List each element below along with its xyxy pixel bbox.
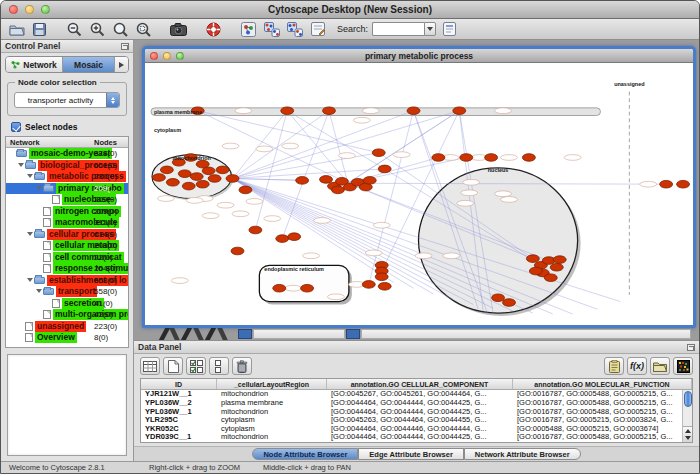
network-node[interactable] — [320, 176, 333, 184]
tree-row[interactable]: Overview8(0) — [6, 332, 128, 344]
delete-attribute-button[interactable] — [232, 357, 252, 375]
table-cell[interactable]: [GO:0005488, GO:0005215, GO:0003674] — [513, 425, 692, 434]
annotation-button[interactable] — [308, 21, 327, 38]
table-cell[interactable]: mitochondrion — [217, 408, 327, 417]
network-node[interactable] — [226, 175, 239, 183]
table-cell[interactable]: [GO:0016787, GO:0005215, GO:0003824, G..… — [513, 416, 692, 425]
table-cell[interactable]: [GO:0044464, GO:0044444, GO:0044425, G..… — [327, 399, 513, 408]
network-node[interactable] — [363, 177, 376, 185]
tree-row[interactable]: cellular metabo209(0) — [6, 240, 128, 252]
network-node[interactable] — [160, 166, 173, 174]
network-edge[interactable] — [369, 111, 414, 285]
birds-eye-view[interactable] — [7, 354, 127, 456]
network-node[interactable] — [331, 186, 344, 194]
network-node[interactable] — [196, 180, 209, 188]
network-node[interactable] — [202, 167, 215, 175]
table-scrollbar[interactable] — [682, 390, 692, 442]
network-node[interactable] — [375, 273, 388, 281]
network-node[interactable] — [296, 177, 309, 185]
network-node[interactable] — [485, 154, 498, 162]
column-header[interactable]: _cellularLayoutRegion — [217, 379, 327, 389]
network-node[interactable] — [677, 180, 690, 188]
network-node[interactable] — [323, 107, 336, 115]
table-cell[interactable]: YPL036W__2 — [141, 399, 217, 408]
float-panel-icon[interactable] — [687, 344, 695, 351]
table-cell[interactable]: [GO:0016787, GO:0005488, GO:0005215, G..… — [513, 408, 692, 417]
tree-row[interactable]: secretion41(0) — [6, 298, 128, 310]
tree-row[interactable]: primary metabo209(... — [6, 183, 128, 195]
table-cell[interactable]: YLR295C — [141, 416, 217, 425]
snapshot-button[interactable] — [169, 21, 188, 38]
zoom-fit-button[interactable] — [134, 21, 153, 38]
network-node[interactable] — [281, 107, 294, 115]
network-node[interactable] — [544, 274, 557, 282]
attribute-table-button[interactable] — [140, 357, 160, 375]
table-cell[interactable]: [GO:0045267, GO:0045261, GO:0044464, G..… — [327, 390, 513, 399]
table-cell[interactable]: [GO:0044464, GO:0044446, GO:0044444, G..… — [327, 425, 513, 434]
table-row[interactable]: YLR295Ccytoplasm[GO:0045263, GO:0044464,… — [141, 416, 692, 425]
table-cell[interactable]: plasma membrane — [217, 399, 327, 408]
more-tabs-button[interactable] — [115, 57, 128, 72]
table-cell[interactable]: mitochondrion — [217, 433, 327, 442]
network-window-titlebar[interactable]: primary metabolic process — [145, 49, 693, 63]
table-cell[interactable]: cytoplasm — [217, 425, 327, 434]
tab-network[interactable]: Network — [6, 57, 63, 72]
expander-icon[interactable] — [18, 160, 25, 172]
network-node[interactable] — [432, 154, 445, 162]
save-session-button[interactable] — [30, 21, 49, 38]
unselect-attributes-button[interactable] — [209, 357, 229, 375]
tree-row[interactable]: cellular process614(0) — [6, 229, 128, 241]
table-row[interactable]: YPL036W__1mitochondrion[GO:0044464, GO:0… — [141, 408, 692, 417]
tab-edge-attribute-browser[interactable]: Edge Attribute Browser — [358, 448, 463, 460]
network-node[interactable] — [460, 154, 473, 162]
column-header[interactable]: ID — [141, 379, 217, 389]
network-node[interactable] — [166, 178, 179, 186]
tab-node-attribute-browser[interactable]: Node Attribute Browser — [252, 448, 358, 460]
table-cell[interactable]: [GO:0016787, GO:0005488, GO:0005215, G..… — [513, 399, 692, 408]
network-node[interactable] — [249, 226, 262, 234]
select-attributes-button[interactable] — [186, 357, 206, 375]
table-row[interactable]: YPL036W__2plasma membrane[GO:0044464, GO… — [141, 399, 692, 408]
search-config-button[interactable] — [440, 21, 459, 38]
network-canvas[interactable]: plasma membranecytoplasmmitochondrionnuc… — [145, 63, 693, 325]
scrollbar-thumb[interactable] — [684, 391, 692, 407]
table-cell[interactable]: YJR121W__1 — [141, 390, 217, 399]
tree-row[interactable]: establishment of lo558(0) — [6, 275, 128, 287]
tree-row[interactable]: nucleobase-209(0) — [6, 194, 128, 206]
table-cell[interactable]: cytoplasm — [217, 416, 327, 425]
table-cell[interactable]: [GO:0044464, GO:0044444, GO:0044425, G..… — [327, 433, 513, 442]
tree-row[interactable]: macromolecule311(0) — [6, 217, 128, 229]
network-node[interactable] — [372, 149, 385, 157]
table-cell[interactable]: [GO:0016787, GO:0005488, GO:0005215, G..… — [513, 390, 692, 399]
search-input[interactable] — [372, 22, 424, 36]
matrix-view-button[interactable] — [673, 357, 693, 375]
network-edge[interactable] — [233, 111, 329, 179]
network-node[interactable] — [526, 255, 539, 263]
network-node[interactable] — [453, 107, 466, 115]
tree-row[interactable]: cell communicat22(0) — [6, 252, 128, 264]
network-node[interactable] — [529, 267, 542, 275]
tab-network-attribute-browser[interactable]: Network Attribute Browser — [464, 448, 581, 460]
network-node[interactable] — [208, 175, 221, 183]
zoom-out-button[interactable] — [65, 21, 84, 38]
table-row[interactable]: YKR052Ccytoplasm[GO:0044464, GO:0044446,… — [141, 425, 692, 434]
network-overlay-a-button[interactable] — [262, 21, 281, 38]
formula-button[interactable]: f(x) — [627, 357, 647, 375]
tree-row[interactable]: metabolic process280(0) — [6, 171, 128, 183]
network-node[interactable] — [362, 281, 375, 289]
network-node[interactable] — [660, 180, 673, 188]
network-edge[interactable] — [233, 111, 460, 179]
search-dropdown-button[interactable] — [424, 22, 436, 36]
expander-icon[interactable] — [27, 275, 34, 287]
network-window[interactable]: primary metabolic process plasma membran… — [142, 46, 696, 328]
zoom-selected-button[interactable] — [111, 21, 130, 38]
zoom-in-button[interactable] — [88, 21, 107, 38]
table-row[interactable]: YDR039C__1mitochondrion[GO:0044464, GO:0… — [141, 433, 692, 442]
tree-row[interactable]: multi-organism pro42(0) — [6, 309, 128, 321]
network-node[interactable] — [182, 182, 195, 190]
column-header[interactable]: annotation.GO MOLECULAR_FUNCTION — [513, 379, 692, 389]
table-cell[interactable]: [GO:0016787, GO:0005488, GO:0005215, G..… — [513, 433, 692, 442]
network-node[interactable] — [301, 284, 314, 292]
network-node[interactable] — [231, 247, 244, 255]
table-cell[interactable]: YPL036W__1 — [141, 408, 217, 417]
